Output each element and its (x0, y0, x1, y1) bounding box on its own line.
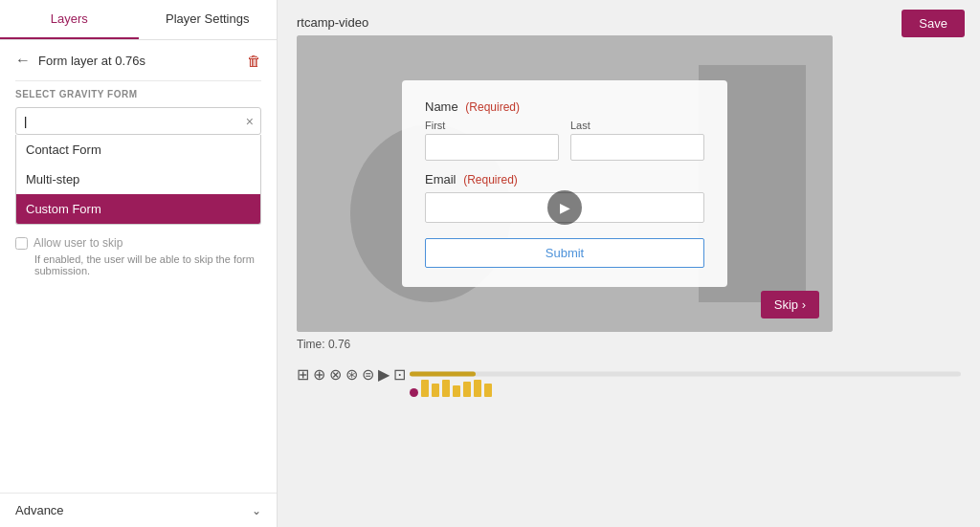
select-form-label: SELECT GRAVITY FORM (15, 89, 261, 99)
timeline-icon-3[interactable]: ⊗ (329, 365, 342, 384)
name-label: Name (Required) (425, 99, 704, 114)
timeline-bar-7 (484, 384, 492, 397)
allow-skip-row: Allow user to skip (15, 236, 261, 250)
back-button[interactable]: ← (15, 52, 31, 69)
submit-button[interactable]: Submit (425, 238, 704, 268)
timeline-icon-2[interactable]: ⊕ (313, 365, 325, 384)
back-row: ← Form layer at 0.76s 🗑 (15, 52, 261, 69)
divider-1 (15, 80, 261, 81)
allow-skip-checkbox[interactable] (15, 237, 28, 250)
timeline-bar-6 (474, 380, 481, 397)
allow-skip-hint: If enabled, the user will be able to ski… (34, 253, 261, 276)
save-button[interactable]: Save (902, 10, 965, 37)
timeline-marker-dot (410, 388, 418, 397)
panel-content: ← Form layer at 0.76s 🗑 SELECT GRAVITY F… (0, 40, 277, 493)
name-row: First Last (425, 120, 704, 161)
trash-icon[interactable]: 🗑 (247, 53, 261, 69)
timeline-bar-5 (463, 382, 471, 397)
allow-skip-label: Allow user to skip (33, 236, 122, 250)
clear-search-icon[interactable]: × (246, 114, 254, 129)
timeline-icon-5[interactable]: ⊜ (362, 365, 374, 384)
name-field-group: Name (Required) First Last (425, 99, 704, 161)
search-wrapper: × (15, 107, 261, 135)
name-required: (Required) (465, 100, 520, 114)
right-content: Save rtcamp-video Name (Required) First … (278, 0, 980, 527)
play-button-overlay[interactable]: ▶ (547, 190, 582, 225)
email-label: Email (Required) (425, 172, 704, 187)
play-timeline-icon[interactable]: ▶ (378, 365, 390, 384)
email-required: (Required) (463, 173, 518, 187)
dropdown-item-custom-form[interactable]: Custom Form (16, 194, 260, 224)
tabs-header: Layers Player Settings (0, 0, 277, 40)
dropdown-list: Contact Form Multi-step Custom Form (15, 135, 261, 225)
first-name-input[interactable] (425, 134, 559, 161)
timeline-icon-1[interactable]: ⊞ (297, 365, 309, 384)
first-label: First (425, 120, 559, 131)
skip-button[interactable]: Skip › (761, 291, 819, 318)
timeline-bar-2 (432, 384, 439, 397)
timeline-icon-4[interactable]: ⊛ (345, 365, 358, 384)
advance-section[interactable]: Advance ⌄ (0, 493, 277, 527)
tab-player-settings[interactable]: Player Settings (139, 0, 278, 39)
left-panel: Layers Player Settings ← Form layer at 0… (0, 0, 278, 527)
tab-layers[interactable]: Layers (0, 0, 139, 39)
timeline-bar-4 (453, 385, 460, 397)
time-label: Time: 0.76 (297, 338, 961, 351)
timeline-row: ⊞ ⊕ ⊗ ⊛ ⊜ ▶ ⊡ (297, 361, 961, 387)
last-name-col: Last (570, 120, 704, 161)
chevron-down-icon: ⌄ (252, 504, 261, 517)
video-player[interactable]: Name (Required) First Last Email (297, 35, 833, 332)
search-input[interactable] (15, 107, 261, 135)
timeline-bar-3 (442, 380, 450, 397)
last-name-input[interactable] (570, 134, 704, 161)
dropdown-item-contact-form[interactable]: Contact Form (16, 135, 260, 165)
form-overlay: Name (Required) First Last Email (402, 80, 727, 287)
timeline-bar-1 (421, 380, 429, 397)
layer-title: Form layer at 0.76s (38, 54, 247, 68)
video-label: rtcamp-video (297, 15, 961, 30)
timeline-icon-6[interactable]: ⊡ (393, 365, 406, 384)
dropdown-item-multi-step[interactable]: Multi-step (16, 165, 260, 194)
first-name-col: First (425, 120, 559, 161)
advance-label: Advance (15, 503, 64, 517)
last-label: Last (570, 120, 704, 131)
